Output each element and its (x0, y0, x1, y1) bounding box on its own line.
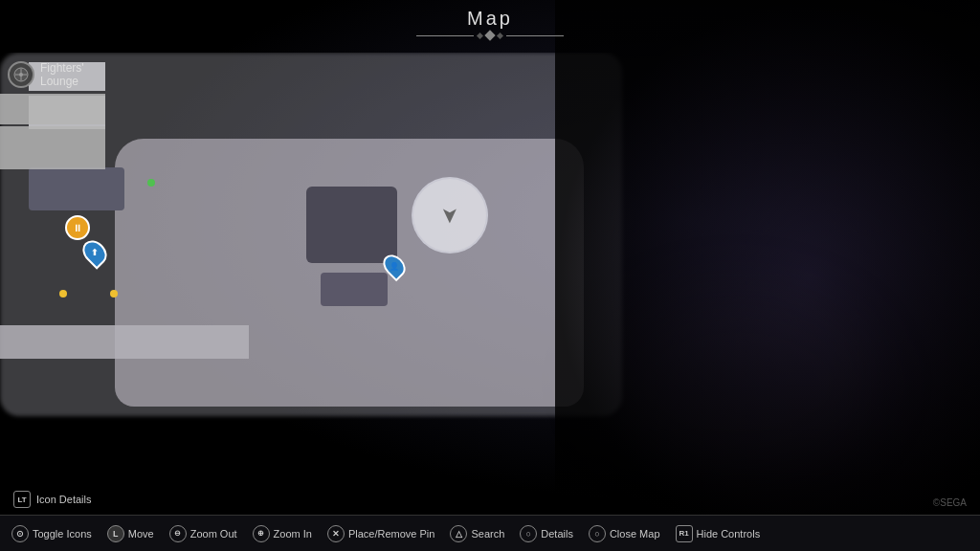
bottom-left-info: LT Icon Details (13, 491, 91, 508)
hud-toggle-icons: ⊙ Toggle Icons (11, 525, 92, 542)
dot-yellow-2 (110, 290, 118, 298)
area-header: Fighters' Lounge (0, 57, 129, 92)
ornament-line-left (416, 35, 474, 36)
details-btn[interactable]: ○ (520, 525, 537, 542)
hud-hide-controls: R1 Hide Controls (676, 525, 761, 542)
compass-arrow: ➤ (437, 207, 462, 224)
room-dark-2 (321, 273, 388, 306)
hud-zoom-out: ⊖ Zoom Out (169, 525, 237, 542)
sega-copyright: ©SEGA (933, 497, 967, 508)
toggle-icons-btn[interactable]: ⊙ (11, 525, 29, 542)
search-btn[interactable]: △ (450, 525, 467, 542)
platform-lower (0, 325, 249, 359)
hud-place-pin: ✕ Place/Remove Pin (327, 525, 435, 542)
area-name: Fighters' Lounge (40, 61, 122, 88)
player-marker: ⬆ (84, 239, 111, 272)
place-pin-label: Place/Remove Pin (348, 528, 435, 540)
dot-yellow-1 (59, 290, 67, 298)
area-icon (8, 61, 34, 88)
hud-close-map: ○ Close Map (589, 525, 660, 542)
ornament-diamond-left (477, 32, 483, 38)
title-ornament (416, 32, 564, 39)
search-label: Search (471, 528, 504, 540)
details-label: Details (541, 528, 573, 540)
zoom-out-label: Zoom Out (190, 528, 237, 540)
move-label: Move (128, 528, 154, 540)
npc-icon-gold: ⏸ (65, 215, 90, 240)
move-btn[interactable]: L (107, 525, 124, 542)
ornament-diamond-right (497, 32, 503, 38)
ornament-diamond-center (484, 30, 495, 40)
hud-details: ○ Details (520, 525, 573, 542)
npc-marker-blue: 👤 (385, 253, 404, 278)
map-title-area: Map (416, 8, 564, 39)
hud-move: L Move (107, 525, 154, 542)
hud-search: △ Search (450, 525, 504, 542)
hide-controls-btn[interactable]: R1 (676, 525, 693, 542)
ornament-line-right (506, 35, 564, 36)
close-map-label: Close Map (610, 528, 660, 540)
hud-zoom-in: ⊕ Zoom In (253, 525, 312, 542)
map-title: Map (416, 8, 564, 30)
close-map-btn[interactable]: ○ (589, 525, 606, 542)
panel-block-2 (0, 126, 105, 169)
lt-button: LT (13, 491, 31, 508)
platform-main (29, 167, 124, 210)
zoom-out-btn[interactable]: ⊖ (169, 525, 187, 542)
icon-details-label: Icon Details (36, 494, 91, 505)
zoom-in-label: Zoom In (274, 528, 312, 540)
room-dark-1 (306, 187, 397, 263)
toggle-icons-label: Toggle Icons (33, 528, 92, 540)
place-pin-btn[interactable]: ✕ (327, 525, 345, 542)
left-panel: Fighters' Lounge (0, 57, 129, 171)
compass: ➤ (412, 177, 488, 253)
hide-controls-label: Hide Controls (697, 528, 761, 540)
zoom-in-btn[interactable]: ⊕ (253, 525, 270, 542)
panel-block-1 (0, 94, 105, 124)
dot-green (147, 179, 155, 187)
svg-point-3 (19, 73, 23, 77)
map-viewport[interactable]: ➤ ⏸ ⬆ 👤 (0, 53, 980, 521)
bottom-hud: ⊙ Toggle Icons L Move ⊖ Zoom Out ⊕ Zoom … (0, 515, 980, 551)
